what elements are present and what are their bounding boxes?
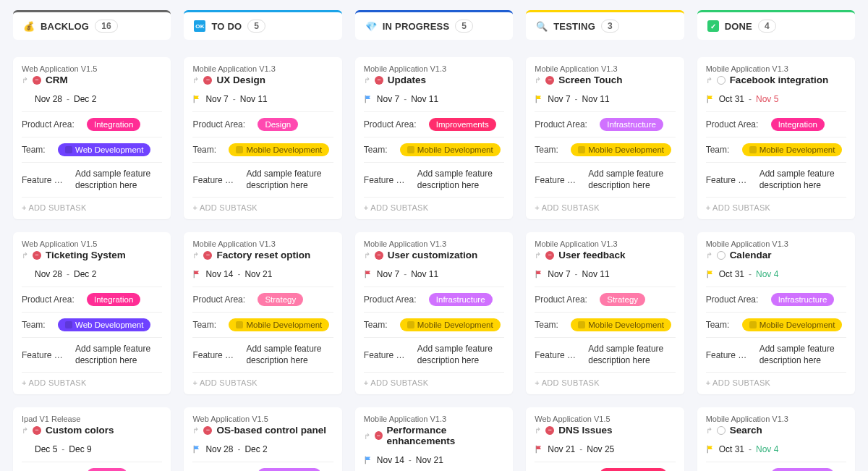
add-subtask-button[interactable]: + ADD SUBTASK (706, 372, 846, 387)
epic-label: Web Application V1.5 (535, 415, 675, 423)
pill[interactable]: Integration (771, 118, 825, 131)
pill[interactable]: Design (87, 468, 127, 471)
feature-desc-text[interactable]: Add sample feature description here (75, 169, 162, 191)
add-subtask-button[interactable]: + ADD SUBTASK (364, 197, 504, 212)
task-card[interactable]: Ipad V1 Release ↳ − Custom colors Dec 5 … (13, 407, 171, 471)
task-card[interactable]: Mobile Application V1.3 ↳ − Factory rese… (184, 232, 341, 394)
feature-desc-text[interactable]: Add sample feature description here (417, 169, 504, 191)
column-header[interactable]: 🔍 TESTING 3 (526, 10, 684, 40)
pill[interactable]: Improvements (429, 118, 496, 131)
product-area-label: Product Area: (535, 294, 592, 305)
team-label: Team: (535, 320, 563, 330)
flag-icon (706, 445, 715, 454)
task-card[interactable]: Mobile Application V1.3 ↳ Facebook integ… (697, 57, 855, 219)
feature-desc-text[interactable]: Add sample feature description here (75, 344, 162, 366)
pill[interactable]: Mobile Development (229, 143, 329, 156)
column-count: 4 (758, 20, 776, 33)
pill[interactable]: Mobile Development (229, 318, 329, 331)
epic-label: Web Application V1.5 (192, 415, 333, 423)
pill[interactable]: Web Development (58, 143, 150, 156)
date-end: Dec 2 (74, 94, 96, 104)
feature-desc-label: Feature Des... (535, 350, 581, 360)
pill[interactable]: Design (258, 118, 298, 131)
team-label: Team: (22, 145, 51, 155)
date-start: Nov 21 (548, 444, 575, 454)
pill[interactable]: Mobile Development (571, 143, 671, 156)
feature-desc-text[interactable]: Add sample feature description here (588, 344, 675, 366)
feature-desc-text[interactable]: Add sample feature description here (246, 344, 333, 366)
pill[interactable]: Infrastructure (600, 118, 663, 131)
subtask-icon: ↳ (535, 425, 541, 435)
column-header[interactable]: ✓ DONE 4 (697, 10, 855, 40)
pill[interactable]: Improvements (600, 468, 667, 471)
task-card[interactable]: Mobile Application V1.3 ↳ − Screen Touch… (526, 57, 684, 219)
add-subtask-button[interactable]: + ADD SUBTASK (22, 372, 162, 387)
feature-desc-label: Feature Des... (22, 350, 68, 360)
task-card[interactable]: Web Application V1.5 ↳ − Ticketing Syste… (13, 232, 171, 394)
pill[interactable]: Infrastructure (258, 468, 321, 471)
task-card[interactable]: Web Application V1.5 ↳ − CRM Nov 28 - De… (13, 57, 171, 219)
feature-desc-text[interactable]: Add sample feature description here (760, 344, 846, 366)
pill[interactable]: Infrastructure (771, 468, 835, 471)
pill[interactable]: Mobile Development (400, 143, 501, 156)
add-subtask-button[interactable]: + ADD SUBTASK (706, 197, 846, 212)
date-end: Nov 21 (244, 269, 272, 279)
add-subtask-button[interactable]: + ADD SUBTASK (535, 197, 675, 212)
pill[interactable]: Web Development (58, 318, 150, 331)
date-start: Nov 7 (548, 269, 570, 279)
column-title: IN PROGRESS (383, 21, 450, 32)
pill[interactable]: Integration (87, 118, 140, 131)
column-header[interactable]: 💎 IN PROGRESS 5 (355, 10, 513, 40)
task-card[interactable]: Mobile Application V1.3 ↳ − User feedbac… (526, 232, 684, 394)
feature-desc-label: Feature Des... (192, 175, 239, 185)
task-card[interactable]: Mobile Application V1.3 ↳ − User customi… (355, 232, 513, 394)
add-subtask-button[interactable]: + ADD SUBTASK (535, 372, 675, 387)
add-subtask-button[interactable]: + ADD SUBTASK (364, 372, 504, 387)
pill[interactable]: Mobile Development (400, 318, 501, 331)
priority-icon: − (375, 431, 383, 440)
product-area-label: Product Area: (535, 119, 592, 130)
pill[interactable]: Mobile Development (742, 143, 843, 156)
board-column: 💎 IN PROGRESS 5 Mobile Application V1.3 … (355, 10, 513, 471)
add-subtask-button[interactable]: + ADD SUBTASK (192, 372, 333, 387)
column-header[interactable]: 💰 BACKLOG 16 (13, 10, 171, 40)
board-column: ✓ DONE 4 Mobile Application V1.3 ↳ Faceb… (697, 10, 855, 471)
date-end: Nov 25 (587, 444, 614, 454)
task-card[interactable]: Mobile Application V1.3 ↳ Calendar Oct 3… (697, 232, 855, 394)
column-header[interactable]: OK TO DO 5 (184, 10, 341, 40)
product-area-label: Product Area: (706, 119, 764, 130)
subtask-icon: ↳ (22, 75, 28, 85)
date-start: Nov 7 (377, 269, 399, 279)
pill[interactable]: Integration (87, 293, 140, 306)
pill[interactable]: Mobile Development (742, 318, 843, 331)
task-card[interactable]: Mobile Application V1.3 ↳ − Performance … (355, 407, 513, 471)
card-title: User customization (388, 250, 478, 260)
pill[interactable]: Mobile Development (571, 318, 671, 331)
task-card[interactable]: Mobile Application V1.3 ↳ − UX Design No… (184, 57, 341, 219)
subtask-icon: ↳ (22, 250, 28, 260)
pill[interactable]: Strategy (600, 293, 645, 306)
pill[interactable]: Infrastructure (429, 293, 493, 306)
pill[interactable]: Strategy (258, 293, 303, 306)
product-area-label: Product Area: (22, 119, 80, 130)
task-card[interactable]: Mobile Application V1.3 ↳ Search Oct 31 … (697, 407, 855, 471)
diamond-icon: 💎 (365, 20, 377, 32)
card-title: UX Design (216, 75, 265, 85)
flag-icon (192, 270, 201, 279)
subtask-icon: ↳ (706, 75, 712, 85)
date-end: Nov 11 (582, 269, 610, 279)
add-subtask-button[interactable]: + ADD SUBTASK (22, 197, 162, 212)
feature-desc-text[interactable]: Add sample feature description here (760, 169, 846, 191)
feature-desc-text[interactable]: Add sample feature description here (417, 344, 504, 366)
feature-desc-text[interactable]: Add sample feature description here (246, 169, 333, 191)
task-card[interactable]: Web Application V1.5 ↳ − OS-based contro… (184, 407, 341, 471)
epic-label: Mobile Application V1.3 (192, 239, 333, 248)
flag-icon (192, 95, 201, 103)
date-end: Nov 4 (756, 269, 778, 279)
add-subtask-button[interactable]: + ADD SUBTASK (192, 197, 333, 212)
feature-desc-text[interactable]: Add sample feature description here (588, 169, 675, 191)
team-label: Team: (192, 145, 221, 155)
pill[interactable]: Infrastructure (771, 293, 835, 306)
task-card[interactable]: Web Application V1.5 ↳ − DNS Issues Nov … (526, 407, 684, 471)
task-card[interactable]: Mobile Application V1.3 ↳ − Updates Nov … (355, 57, 513, 219)
